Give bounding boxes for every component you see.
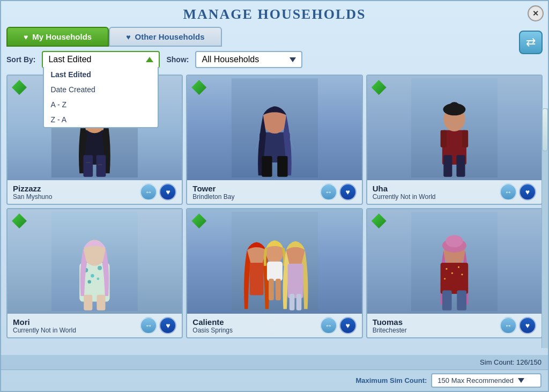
favorite-button-tower[interactable]: ♥ — [339, 183, 357, 201]
svg-rect-19 — [443, 155, 452, 176]
svg-point-52 — [461, 273, 463, 275]
sort-dropdown-list: Last Edited Date Created A - Z Z - A — [43, 67, 159, 128]
max-sim-dropdown[interactable]: 150 Max Recommended — [431, 373, 541, 388]
card-info-tuomas: Tuomas Britechester — [373, 317, 500, 334]
card-info-caliente: Caliente Oasis Springs — [192, 317, 320, 334]
svg-rect-21 — [441, 130, 447, 147]
card-image-tower — [187, 76, 361, 180]
card-actions-tower: ↔ ♥ — [320, 183, 357, 201]
svg-rect-38 — [269, 279, 274, 300]
transfer-button-uha[interactable]: ↔ — [500, 183, 517, 201]
card-info-tower: Tower Brindleton Bay — [192, 184, 320, 201]
household-card-mori[interactable]: Mori Currently Not in World ↔ ♥ — [6, 208, 183, 338]
favorite-button-pizzazz[interactable]: ♥ — [159, 183, 176, 201]
sort-selected-value: Last Edited — [48, 55, 91, 64]
transfer-button-tower[interactable]: ↔ — [320, 183, 337, 201]
show-dropdown[interactable]: All Households — [195, 51, 302, 68]
transfer-button-mori[interactable]: ↔ — [140, 317, 157, 334]
household-location-mori: Currently Not in World — [13, 327, 140, 334]
svg-rect-54 — [442, 290, 452, 310]
tab-other-households-label: Other Households — [135, 32, 204, 41]
svg-rect-37 — [266, 262, 282, 281]
sort-option-date-created[interactable]: Date Created — [44, 82, 158, 97]
household-card-caliente[interactable]: Caliente Oasis Springs ↔ ♥ — [186, 208, 362, 338]
heart-icon: ♥ — [24, 33, 28, 41]
max-sim-label: Maximum Sim Count: — [355, 376, 427, 384]
scrollbar-thumb[interactable] — [542, 108, 548, 151]
svg-point-50 — [451, 272, 453, 274]
svg-rect-20 — [456, 155, 465, 176]
max-sim-dropdown-arrow-icon — [518, 378, 524, 383]
svg-rect-39 — [276, 279, 281, 300]
card-info-pizzazz: Pizzazz San Myshuno — [13, 184, 140, 201]
favorite-button-caliente[interactable]: ♥ — [339, 317, 357, 334]
card-image-uha — [367, 76, 541, 180]
household-name-tower: Tower — [192, 184, 320, 193]
card-image-caliente — [187, 209, 361, 314]
sim-count-bar: Sim Count: 126/150 — [1, 355, 548, 369]
sort-label: Sort By: — [6, 55, 35, 64]
card-footer-tuomas: Tuomas Britechester ↔ ♥ — [367, 314, 541, 337]
favorite-button-uha[interactable]: ♥ — [519, 183, 536, 201]
sort-dropdown[interactable]: Last Edited Last Edited Date Created A -… — [42, 51, 160, 68]
scrollbar[interactable] — [541, 108, 548, 348]
page-title: Manage Households — [1, 6, 548, 23]
household-card-tower[interactable]: Tower Brindleton Bay ↔ ♥ — [186, 75, 362, 205]
show-selected-value: All Households — [202, 55, 259, 64]
max-sim-bar: Maximum Sim Count: 150 Max Recommended — [1, 369, 548, 391]
card-actions-mori: ↔ ♥ — [140, 317, 176, 334]
card-footer-uha: Uha Currently Not in World ↔ ♥ — [367, 180, 541, 204]
household-name-uha: Uha — [373, 184, 500, 193]
card-footer-tower: Tower Brindleton Bay ↔ ♥ — [187, 180, 361, 204]
svg-rect-43 — [296, 294, 301, 310]
household-location-pizzazz: San Myshuno — [13, 193, 140, 201]
show-label: Show: — [166, 55, 189, 64]
svg-rect-22 — [462, 130, 468, 147]
household-location-caliente: Oasis Springs — [192, 327, 320, 334]
svg-point-51 — [458, 266, 459, 268]
svg-rect-42 — [289, 294, 294, 310]
household-name-mori: Mori — [13, 317, 140, 327]
household-card-uha[interactable]: Uha Currently Not in World ↔ ♥ — [366, 75, 543, 205]
svg-point-47 — [446, 235, 463, 247]
sort-option-z-a[interactable]: Z - A — [44, 112, 158, 127]
household-name-tuomas: Tuomas — [373, 317, 500, 327]
card-actions-uha: ↔ ♥ — [500, 183, 536, 201]
svg-rect-32 — [97, 295, 106, 310]
household-location-tower: Brindleton Bay — [192, 193, 320, 201]
card-footer-caliente: Caliente Oasis Springs ↔ ♥ — [187, 314, 361, 337]
card-image-tuomas — [367, 209, 541, 314]
svg-rect-13 — [277, 156, 287, 177]
card-actions-pizzazz: ↔ ♥ — [140, 183, 176, 201]
card-footer-pizzazz: Pizzazz San Myshuno ↔ ♥ — [8, 180, 182, 204]
max-sim-value: 150 Max Recommended — [437, 376, 514, 384]
transfer-button-pizzazz[interactable]: ↔ — [140, 183, 157, 201]
favorite-button-tuomas[interactable]: ♥ — [519, 317, 536, 334]
svg-rect-31 — [84, 295, 93, 310]
sort-dropdown-header[interactable]: Last Edited — [43, 52, 159, 67]
close-button[interactable]: ✕ — [528, 5, 544, 21]
transfer-button-tuomas[interactable]: ↔ — [500, 317, 517, 334]
title-bar: Manage Households ✕ — [1, 1, 548, 27]
card-info-uha: Uha Currently Not in World — [373, 184, 500, 201]
svg-point-49 — [446, 268, 447, 270]
sort-option-a-z[interactable]: A - Z — [44, 97, 158, 112]
household-name-pizzazz: Pizzazz — [13, 184, 140, 193]
svg-rect-4 — [97, 155, 106, 176]
sort-option-last-edited[interactable]: Last Edited — [44, 67, 158, 82]
heart-icon-other: ♥ — [126, 33, 130, 41]
card-image-mori — [8, 209, 182, 314]
tab-other-households[interactable]: ♥ Other Households — [109, 27, 221, 47]
sim-count-label: Sim Count: 126/150 — [480, 358, 541, 366]
transfer-button-caliente[interactable]: ↔ — [320, 317, 337, 334]
svg-point-53 — [444, 278, 446, 279]
household-card-tuomas[interactable]: Tuomas Britechester ↔ ♥ — [366, 208, 543, 338]
card-actions-tuomas: ↔ ♥ — [500, 317, 536, 334]
card-footer-mori: Mori Currently Not in World ↔ ♥ — [8, 314, 182, 337]
svg-point-26 — [91, 274, 94, 277]
svg-point-18 — [449, 102, 459, 110]
favorite-button-mori[interactable]: ♥ — [159, 317, 176, 334]
svg-point-28 — [88, 280, 91, 283]
tab-bar: ♥ My Households ♥ Other Households ⇄ — [1, 27, 548, 47]
tab-my-households[interactable]: ♥ My Households — [6, 27, 109, 47]
